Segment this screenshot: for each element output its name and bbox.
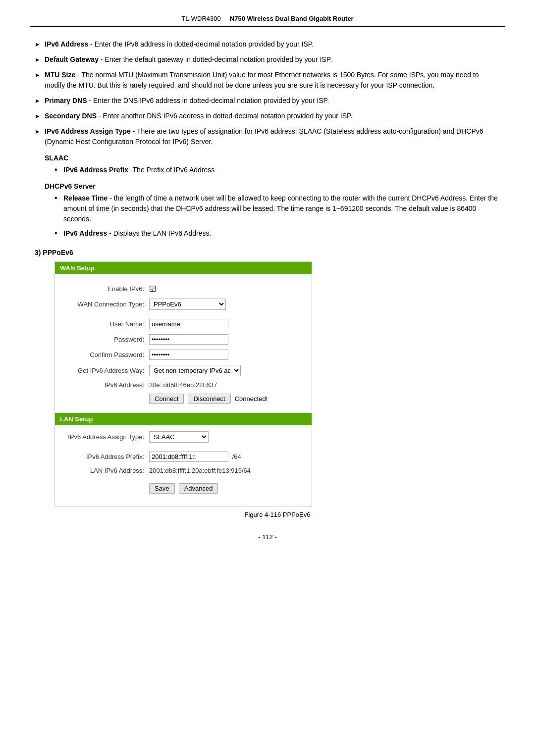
save-advanced-row: Save Advanced [55, 482, 312, 495]
wan-connection-type-select[interactable]: PPPoEv6 [149, 299, 226, 310]
lan-setup-body: IPv6 Address Assign Type: SLAAC IPv6 Add… [55, 425, 312, 506]
password-input[interactable] [149, 334, 228, 345]
lan-ipv6-address-value: 2001:db8:ffff:1:20a:ebff:fe13:919/64 [149, 467, 251, 474]
bullet-default-gateway: Default Gateway - Enter the default gate… [35, 54, 500, 65]
bullet-mtu-size: MTU Size - The normal MTU (Maximum Trans… [35, 70, 500, 91]
wan-setup-body: Enable IPv6: ☑ WAN Connection Type: PPPo… [55, 274, 312, 413]
confirm-password-row: Confirm Password: [55, 349, 312, 361]
bullet-secondary-dns-bold: Secondary DNS [45, 112, 97, 120]
ipv6-prefix-row: IPv6 Address Prefix: /64 [55, 451, 312, 463]
get-ipv6-way-row: Get IPv6 Address Way: Get non-temporary … [55, 364, 312, 377]
user-name-label: User Name: [60, 320, 149, 328]
ipv6-prefix-suffix: /64 [232, 453, 241, 460]
ipv6-prefix-control: /64 [149, 452, 307, 462]
wan-ipv6-address-label: IPv6 Address: [60, 381, 149, 389]
wan-connection-type-control: PPPoEv6 [149, 299, 307, 310]
connect-control: Connect Disconnect Connected! [149, 394, 307, 404]
password-row: Password: [55, 333, 312, 346]
slaac-list: IPv6 Address Prefix -The Prefix of IPv6 … [54, 165, 500, 175]
save-advanced-button-row: Save Advanced [149, 483, 307, 494]
confirm-password-control [149, 350, 307, 360]
get-ipv6-way-control: Get non-temporary IPv6 address [149, 365, 307, 376]
bullet-primary-dns: Primary DNS - Enter the DNS IPv6 address… [35, 96, 500, 106]
ipv6-prefix-label: IPv6 Address Prefix: [60, 453, 149, 460]
wan-ipv6-address-control: 3ffe::dd58:46eb:22f:637 [149, 381, 307, 389]
enable-ipv6-control: ☑ [149, 284, 307, 294]
lan-ipv6-address-label: LAN IPv6 Address: [60, 467, 149, 474]
lan-ipv6-address-row: LAN IPv6 Address: 2001:db8:ffff:1:20a:eb… [55, 466, 312, 475]
page-number: - 112 - [30, 533, 505, 541]
confirm-password-label: Confirm Password: [60, 351, 149, 358]
get-ipv6-way-label: Get IPv6 Address Way: [60, 367, 149, 374]
dhcpv6-release-time-bold: Release Time [63, 194, 107, 202]
ipv6-assign-type-control: SLAAC [149, 431, 307, 443]
connect-row: Connect Disconnect Connected! [55, 393, 312, 405]
wan-connection-type-label: WAN Connection Type: [60, 301, 149, 308]
dhcpv6-ipv6-address: IPv6 Address - Displays the LAN IPv6 Add… [54, 228, 500, 239]
bullet-ipv6-address: IPv6 Address - Enter the IPv6 address in… [35, 39, 500, 50]
user-name-input[interactable] [149, 319, 228, 329]
lan-ipv6-address-control: 2001:db8:ffff:1:20a:ebff:fe13:919/64 [149, 467, 307, 474]
bullet-ipv6-assign-type-bold: IPv6 Address Assign Type [45, 127, 131, 135]
figure-caption: Figure 4-116 PPPoEv6 [54, 511, 500, 518]
dhcpv6-heading: DHCPv6 Server [45, 182, 500, 190]
ipv6-assign-type-label: IPv6 Address Assign Type: [60, 433, 149, 441]
user-name-control [149, 319, 307, 329]
slaac-prefix-bold: IPv6 Address Prefix [63, 166, 128, 174]
bullet-ipv6-assign-type: IPv6 Address Assign Type - There are two… [35, 126, 500, 147]
lan-setup-header: LAN Setup [55, 413, 312, 425]
confirm-password-input[interactable] [149, 350, 228, 360]
pppoe-section: 3) PPPoEv6 WAN Setup Enable IPv6: ☑ WAN … [35, 249, 500, 518]
dhcpv6-release-time: Release Time - the length of time a netw… [54, 193, 500, 224]
enable-ipv6-row: Enable IPv6: ☑ [55, 283, 312, 295]
ipv6-assign-type-select[interactable]: SLAAC [149, 431, 209, 443]
enable-ipv6-label: Enable IPv6: [60, 285, 149, 293]
wan-connection-type-row: WAN Connection Type: PPPoEv6 [55, 298, 312, 311]
wan-ipv6-address-value: 3ffe::dd58:46eb:22f:637 [149, 381, 217, 389]
wan-setup-header: WAN Setup [55, 262, 312, 274]
bullet-default-gateway-bold: Default Gateway [45, 55, 99, 63]
model-label: TL-WDR4300 [181, 15, 220, 22]
main-content: IPv6 Address - Enter the IPv6 address in… [30, 39, 505, 518]
product-label: N750 Wireless Dual Band Gigabit Router [230, 15, 354, 22]
slaac-prefix-item: IPv6 Address Prefix -The Prefix of IPv6 … [54, 165, 500, 175]
get-ipv6-way-select[interactable]: Get non-temporary IPv6 address [149, 365, 241, 376]
bullet-secondary-dns: Secondary DNS - Enter another DNS IPv6 a… [35, 111, 500, 121]
main-bullet-list: IPv6 Address - Enter the IPv6 address in… [35, 39, 500, 147]
slaac-heading: SLAAC [45, 154, 500, 162]
connect-button[interactable]: Connect [149, 394, 184, 404]
disconnect-button[interactable]: Disconnect [188, 394, 230, 404]
save-button[interactable]: Save [149, 483, 175, 494]
wan-setup-box: WAN Setup Enable IPv6: ☑ WAN Connection … [54, 261, 312, 507]
bullet-primary-dns-bold: Primary DNS [45, 97, 87, 104]
page-header: TL-WDR4300 N750 Wireless Dual Band Gigab… [30, 15, 505, 27]
dhcpv6-ipv6-address-bold: IPv6 Address [63, 229, 107, 237]
enable-ipv6-checkbox[interactable]: ☑ [149, 285, 156, 293]
advanced-button[interactable]: Advanced [179, 483, 218, 494]
save-advanced-control: Save Advanced [149, 483, 307, 494]
wan-ipv6-address-row: IPv6 Address: 3ffe::dd58:46eb:22f:637 [55, 380, 312, 390]
ipv6-prefix-input[interactable] [149, 452, 228, 462]
bullet-ipv6-address-bold: IPv6 Address [45, 40, 88, 48]
password-control [149, 334, 307, 345]
password-label: Password: [60, 336, 149, 343]
pppoe-section-num: 3) PPPoEv6 [35, 249, 500, 256]
user-name-row: User Name: [55, 318, 312, 330]
connected-status: Connected! [235, 395, 268, 403]
bullet-mtu-size-bold: MTU Size [45, 71, 75, 79]
connect-button-row: Connect Disconnect Connected! [149, 394, 307, 404]
dhcpv6-list: Release Time - the length of time a netw… [54, 193, 500, 239]
ipv6-assign-type-row: IPv6 Address Assign Type: SLAAC [55, 430, 312, 444]
